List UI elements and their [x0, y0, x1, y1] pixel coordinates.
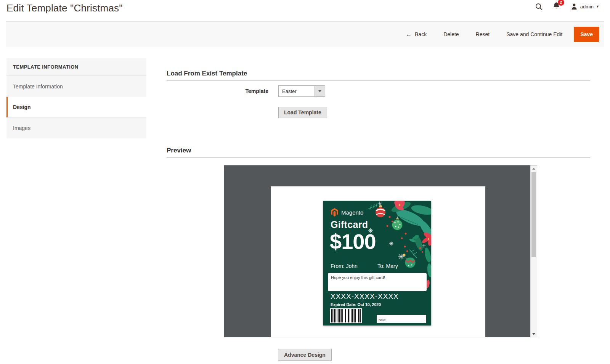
user-icon [570, 3, 578, 10]
giftcard-from: From: John [331, 263, 358, 269]
giftcard-preview: ✳ ✳ ✳ Magento Giftcard $100 From: John T… [323, 201, 431, 326]
notifications-button[interactable]: 2 [553, 2, 560, 11]
giftcard-barcode [330, 308, 362, 323]
sidebar-item-images[interactable]: Images [6, 117, 146, 138]
magento-logo-icon [331, 208, 338, 216]
back-button[interactable]: ← Back [406, 31, 427, 37]
template-select-dropdown-button[interactable] [315, 85, 325, 97]
dropdown-caret-icon [318, 90, 321, 92]
giftcard-message: Hope you enjoy this gift card! [331, 275, 424, 280]
template-select[interactable]: Easter [278, 85, 325, 97]
header-actions: 2 admin ▼ [535, 1, 599, 12]
template-field-label: Template [206, 88, 268, 94]
giftcard-amount: $100 [330, 230, 376, 253]
admin-menu[interactable]: admin ▼ [570, 3, 599, 10]
admin-username: admin [580, 4, 594, 10]
preview-section-divider [167, 157, 590, 158]
sidebar-item-template-information[interactable]: Template Information [6, 76, 146, 97]
giftcard-note-label: Note: [379, 318, 386, 322]
giftcard-expired-date: Expired Date: Oct 10, 2020 [331, 302, 381, 307]
load-section-divider [167, 80, 590, 81]
load-template-button[interactable]: Load Template [278, 107, 327, 118]
preview-section-title: Preview [167, 147, 191, 154]
edit-template-page: Edit Template "Christmas" 2 admin ▼ ← Ba… [0, 0, 610, 364]
save-and-continue-button[interactable]: Save and Continue Edit [506, 31, 562, 37]
page-title: Edit Template "Christmas" [6, 2, 123, 14]
sidebar-item-design[interactable]: Design [6, 97, 146, 117]
advance-design-button[interactable]: Advance Design [278, 349, 332, 361]
reset-button[interactable]: Reset [476, 31, 490, 37]
preview-page: ✳ ✳ ✳ Magento Giftcard $100 From: John T… [271, 186, 485, 337]
search-icon[interactable] [535, 3, 543, 10]
scroll-down-icon[interactable] [531, 331, 537, 337]
template-select-value: Easter [278, 85, 315, 97]
preview-scrollbar[interactable] [530, 165, 537, 337]
giftcard-title: Giftcard [331, 219, 368, 230]
scroll-up-icon[interactable] [531, 165, 537, 172]
giftcard-note-box: Note: [377, 315, 426, 323]
giftcard-to: To: Mary [377, 263, 398, 269]
chevron-down-icon: ▼ [596, 5, 599, 8]
template-sidebar: TEMPLATE INFORMATION Template Informatio… [6, 58, 146, 138]
scrollbar-thumb[interactable] [531, 172, 536, 257]
save-button[interactable]: Save [574, 27, 599, 42]
load-section-title: Load From Exist Template [167, 70, 247, 77]
delete-button[interactable]: Delete [443, 31, 459, 37]
action-toolbar: ← Back Delete Reset Save and Continue Ed… [6, 21, 604, 47]
sidebar-header: TEMPLATE INFORMATION [6, 58, 146, 76]
magento-logo: Magento [331, 208, 363, 216]
notification-badge: 2 [558, 0, 564, 6]
preview-frame: ✳ ✳ ✳ Magento Giftcard $100 From: John T… [224, 165, 537, 337]
giftcard-message-box: Hope you enjoy this gift card! [328, 273, 427, 291]
giftcard-code: XXXX-XXXX-XXXX [331, 292, 399, 301]
back-arrow-icon: ← [406, 31, 412, 37]
giftcard-brand: Magento [341, 209, 363, 216]
